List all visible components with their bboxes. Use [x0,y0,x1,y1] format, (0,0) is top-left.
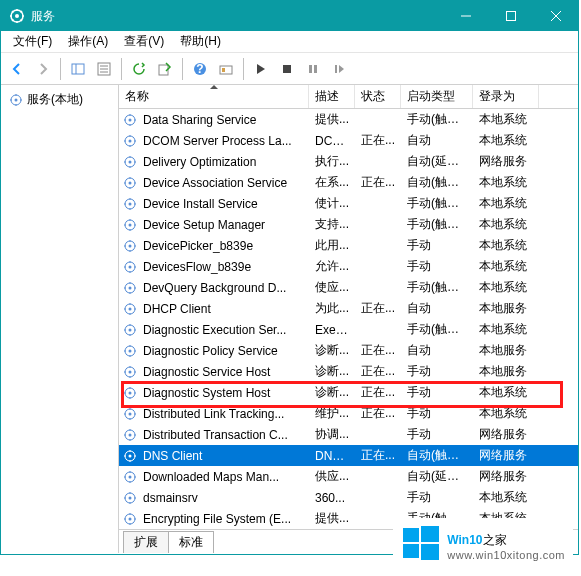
service-row[interactable]: Diagnostic Service Host诊断...正在...手动本地服务 [119,361,578,382]
service-row[interactable]: DevicePicker_b839e此用...手动本地系统 [119,235,578,256]
svg-point-52 [129,412,132,415]
service-gear-icon [119,197,137,211]
left-tree-pane[interactable]: 服务(本地) [1,85,119,553]
service-row[interactable]: Device Install Service使计...手动(触发...本地系统 [119,193,578,214]
service-gear-icon [119,449,137,463]
window-buttons [443,1,578,31]
svg-rect-17 [283,65,291,73]
cell-desc: 提供... [309,111,355,128]
col-status[interactable]: 状态 [355,85,401,108]
refresh-button[interactable] [127,57,151,81]
cell-startup: 手动 [401,363,473,380]
service-row[interactable]: Distributed Link Tracking...维护...正在...手动… [119,403,578,424]
svg-point-34 [129,223,132,226]
services-window: 服务 文件(F) 操作(A) 查看(V) 帮助(H) ? [0,0,579,555]
svg-point-30 [129,181,132,184]
col-logon[interactable]: 登录为 [473,85,539,108]
cell-logon: 本地系统 [473,216,539,233]
service-row[interactable]: Delivery Optimization执行...自动(延迟...网络服务 [119,151,578,172]
service-row[interactable]: DevQuery Background D...使应...手动(触发...本地系… [119,277,578,298]
tree-node-label: 服务(本地) [27,91,83,108]
cell-name: Delivery Optimization [137,155,309,169]
svg-point-62 [129,517,132,520]
tab-standard[interactable]: 标准 [168,531,214,553]
cell-desc: 诊断... [309,342,355,359]
svg-rect-6 [72,64,84,74]
cell-desc: Exec... [309,323,355,337]
cell-startup: 自动(触发... [401,447,473,464]
watermark-text: Win10之家 www.win10xitong.com [447,528,565,561]
cell-logon: 本地系统 [473,111,539,128]
minimize-button[interactable] [443,1,488,31]
cell-logon: 本地服务 [473,363,539,380]
service-row[interactable]: Diagnostic Policy Service诊断...正在...自动本地服… [119,340,578,361]
col-startup[interactable]: 启动类型 [401,85,473,108]
svg-point-42 [129,307,132,310]
maximize-button[interactable] [488,1,533,31]
stop-button[interactable] [275,57,299,81]
right-pane: 名称 描述 状态 启动类型 登录为 Data Sharing Service提供… [119,85,578,553]
export-button[interactable] [153,57,177,81]
cell-name: DNS Client [137,449,309,463]
menu-help[interactable]: 帮助(H) [172,30,229,53]
cell-desc: 支持... [309,216,355,233]
cell-startup: 手动 [401,426,473,443]
tab-extended[interactable]: 扩展 [123,531,169,553]
menu-view[interactable]: 查看(V) [116,30,172,53]
service-row[interactable]: Diagnostic Execution Ser...Exec...手动(触发.… [119,319,578,340]
cell-desc: 诊断... [309,384,355,401]
titlebar[interactable]: 服务 [1,1,578,31]
start-button[interactable] [249,57,273,81]
cell-name: Device Install Service [137,197,309,211]
cell-logon: 本地系统 [473,132,539,149]
service-row[interactable]: DevicesFlow_b839e允许...手动本地系统 [119,256,578,277]
service-row[interactable]: DNS ClientDNS...正在...自动(触发...网络服务 [119,445,578,466]
cell-desc: 360... [309,491,355,505]
menu-file[interactable]: 文件(F) [5,30,60,53]
list-body: Data Sharing Service提供...手动(触发...本地系统DCO… [119,109,578,529]
service-row[interactable]: DCOM Server Process La...DCO...正在...自动本地… [119,130,578,151]
close-button[interactable] [533,1,578,31]
service-gear-icon [119,365,137,379]
help-button[interactable]: ? [188,57,212,81]
service-row[interactable]: DHCP Client为此...正在...自动本地服务 [119,298,578,319]
service-gear-icon [119,239,137,253]
cell-name: DHCP Client [137,302,309,316]
tree-node-services-local[interactable]: 服务(本地) [5,89,114,110]
back-button[interactable] [5,57,29,81]
service-row[interactable]: Distributed Transaction C...协调...手动网络服务 [119,424,578,445]
cell-desc: 使应... [309,279,355,296]
cell-startup: 自动(延迟... [401,153,473,170]
service-row[interactable]: Device Association Service在系...正在...自动(触… [119,172,578,193]
service-row[interactable]: dsmainsrv360...手动本地系统 [119,487,578,508]
cell-logon: 本地系统 [473,195,539,212]
cell-logon: 网络服务 [473,153,539,170]
cell-startup: 自动 [401,342,473,359]
menu-action[interactable]: 操作(A) [60,30,116,53]
col-name[interactable]: 名称 [119,85,309,108]
services-list[interactable]: 名称 描述 状态 启动类型 登录为 Data Sharing Service提供… [119,85,578,529]
svg-point-60 [129,496,132,499]
service-row[interactable]: Data Sharing Service提供...手动(触发...本地系统 [119,109,578,130]
svg-point-54 [129,433,132,436]
col-description[interactable]: 描述 [309,85,355,108]
pause-button[interactable] [301,57,325,81]
cell-desc: DCO... [309,134,355,148]
properties-button[interactable] [92,57,116,81]
separator [182,58,183,80]
watermark-suffix: 之家 [483,533,507,547]
list-header: 名称 描述 状态 启动类型 登录为 [119,85,578,109]
restart-button[interactable] [327,57,351,81]
svg-point-36 [129,244,132,247]
forward-button[interactable] [31,57,55,81]
service-row[interactable]: Diagnostic System Host诊断...正在...手动本地系统 [119,382,578,403]
cell-logon: 本地系统 [473,279,539,296]
separator [243,58,244,80]
connect-button[interactable] [214,57,238,81]
cell-name: Diagnostic Execution Ser... [137,323,309,337]
service-row[interactable]: Device Setup Manager支持...手动(触发...本地系统 [119,214,578,235]
svg-point-32 [129,202,132,205]
service-row[interactable]: Downloaded Maps Man...供应...自动(延迟...网络服务 [119,466,578,487]
show-hide-button[interactable] [66,57,90,81]
cell-logon: 本地系统 [473,321,539,338]
